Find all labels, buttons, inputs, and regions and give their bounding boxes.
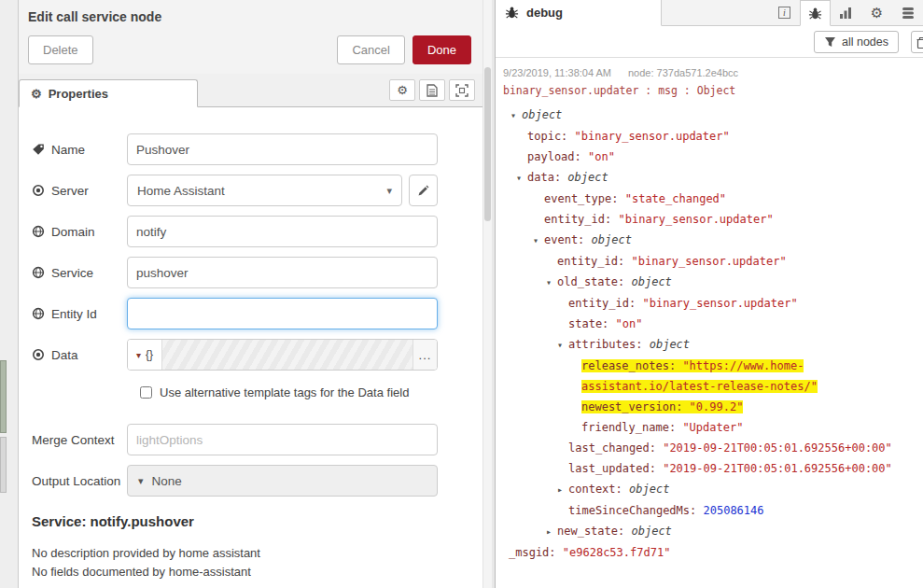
tab-config[interactable]: ⚙: [861, 0, 892, 25]
doc-icon: [427, 84, 438, 97]
debug-tree-row: entity_id: "binary_sensor.updater": [501, 293, 919, 314]
debug-tree-row: topic: "binary_sensor.updater": [501, 126, 919, 147]
filter-all-nodes-button[interactable]: all nodes: [814, 31, 899, 53]
debug-key: event_type:: [544, 192, 625, 205]
name-field-label: Name: [32, 143, 127, 157]
form-row-data: Data ▾ {} ...: [32, 339, 438, 371]
edit-server-button[interactable]: [409, 175, 438, 206]
debug-key: last_updated:: [568, 462, 663, 475]
debug-message-list[interactable]: 9/23/2019, 11:38:04 AM node: 737da571.2e…: [496, 58, 923, 588]
debug-tree-row: ▾old_state: object: [501, 272, 919, 293]
debug-tree-row: friendly_name: "Updater": [501, 417, 919, 438]
tab-debug-label: debug: [526, 6, 563, 20]
debug-tree-row: ▸context: object: [501, 479, 919, 500]
debug-tree-entry: last_changed: "2019-09-21T00:05:01.69255…: [568, 441, 892, 455]
edit-tray: Edit call service node Delete Cancel Don…: [19, 0, 482, 588]
service-input[interactable]: [127, 257, 438, 288]
collapse-icon[interactable]: ▾: [557, 335, 568, 356]
debug-tree-row: _msgid: "e9628c53.f7d71": [501, 542, 919, 563]
data-value-area[interactable]: [162, 340, 413, 370]
data-type-button[interactable]: ▾ {}: [128, 340, 162, 370]
tab-properties[interactable]: ⚙ Properties: [19, 79, 198, 107]
editor-tab-bar: ⚙ Properties ⚙: [19, 74, 482, 107]
description-button[interactable]: [419, 79, 445, 101]
collapse-icon[interactable]: ▾: [516, 168, 527, 189]
output-location-select[interactable]: ▾ None: [127, 465, 438, 497]
appearance-button[interactable]: [449, 79, 475, 101]
entity-id-input[interactable]: [127, 298, 438, 329]
debug-tree-row: ▾data: object: [501, 167, 919, 189]
dot-circle-icon: [32, 348, 45, 361]
info-icon: i: [778, 7, 790, 19]
debug-tree-entry: last_updated: "2019-09-21T00:05:01.69255…: [568, 462, 892, 475]
gear-icon: ⚙: [31, 88, 42, 100]
expand-icon[interactable]: ▸: [546, 522, 557, 542]
debug-tree-entry: state: "on": [568, 317, 642, 330]
node-red-app: Edit call service node Delete Cancel Don…: [0, 0, 923, 588]
debug-value: "2019-09-21T00:05:01.692556+00:00": [663, 441, 892, 455]
trash-icon: [916, 36, 923, 49]
debug-value: object: [522, 108, 562, 121]
form-row-service: Service: [32, 257, 438, 288]
expand-icon[interactable]: ▸: [557, 480, 568, 500]
debug-sidebar: debug i ⚙ all nodes: [496, 0, 923, 588]
debug-tree-entry: attributes: object: [568, 338, 690, 351]
server-field-label: Server: [32, 184, 127, 198]
debug-tree-entry: payload: "on": [527, 150, 615, 163]
data-expand-button[interactable]: ...: [413, 340, 437, 370]
form-row-domain: Domain: [32, 216, 438, 247]
workspace-edge-strip: [0, 0, 19, 588]
form-row-entity-id: Entity Id: [32, 298, 438, 329]
tab-context[interactable]: [892, 0, 923, 25]
debug-value: object: [629, 483, 669, 496]
form-row-output-location: Output Location ▾ None: [32, 465, 438, 497]
workspace-node-sliver-2: [0, 437, 7, 493]
name-input[interactable]: [127, 133, 438, 165]
form-row-name: Name: [32, 133, 438, 165]
merge-context-input[interactable]: [127, 424, 438, 455]
debug-message: 9/23/2019, 11:38:04 AM node: 737da571.2e…: [501, 67, 919, 563]
debug-value: "0.99.2": [690, 400, 744, 413]
tab-info[interactable]: i: [769, 0, 800, 25]
debug-timestamp: 9/23/2019, 11:38:04 AM: [503, 67, 611, 78]
alt-template-tags-checkbox[interactable]: [140, 386, 152, 399]
debug-tree: ▾objecttopic: "binary_sensor.updater"pay…: [501, 105, 919, 563]
debug-value: "binary_sensor.updater": [631, 255, 786, 268]
chevron-down-icon: ▾: [386, 185, 392, 197]
debug-tree-row: payload: "on": [501, 147, 919, 167]
debug-tree-row: ▸new_state: object: [501, 521, 919, 542]
bug-icon: [808, 7, 822, 21]
debug-tree-row: last_updated: "2019-09-21T00:05:01.69255…: [501, 458, 919, 479]
tab-dashboard[interactable]: [831, 0, 861, 25]
tab-debug-icon[interactable]: [800, 0, 831, 26]
debug-tree-entry: release_notes: "https://www.home-assista…: [581, 359, 818, 393]
cancel-button[interactable]: Cancel: [337, 35, 404, 64]
delete-button[interactable]: Delete: [28, 35, 93, 64]
debug-tree-entry: data: object: [527, 171, 608, 184]
chevron-down-icon: ▾: [136, 350, 141, 360]
debug-tree-entry: entity_id: "binary_sensor.updater": [557, 255, 787, 268]
data-type-label: {}: [146, 348, 153, 361]
form-row-merge-context: Merge Context: [32, 424, 438, 455]
node-settings-button[interactable]: ⚙: [389, 79, 415, 101]
debug-tree-row: ▾attributes: object: [501, 334, 919, 356]
gear-icon: ⚙: [397, 84, 408, 96]
collapse-icon[interactable]: ▾: [510, 105, 522, 126]
debug-tree-entry: object: [522, 108, 562, 121]
debug-key: attributes:: [568, 338, 650, 351]
collapse-icon[interactable]: ▾: [533, 231, 544, 251]
server-select[interactable]: Home Assistant ▾: [127, 175, 402, 206]
clear-debug-button[interactable]: [911, 31, 923, 53]
editor-scrollbar-thumb[interactable]: [484, 67, 491, 221]
dot-circle-icon: [32, 184, 45, 197]
editor-scrollbar[interactable]: [482, 0, 492, 588]
collapse-icon[interactable]: ▾: [546, 273, 557, 293]
done-button[interactable]: Done: [413, 35, 471, 64]
data-typed-input: ▾ {} ...: [127, 339, 438, 371]
debug-value: "e9628c53.f7d71": [563, 546, 671, 559]
tab-debug[interactable]: debug: [496, 0, 662, 26]
domain-input[interactable]: [127, 216, 438, 247]
debug-tree-row: ▾event: object: [501, 230, 919, 251]
tab-properties-label: Properties: [49, 87, 108, 101]
debug-value: object: [631, 525, 671, 538]
